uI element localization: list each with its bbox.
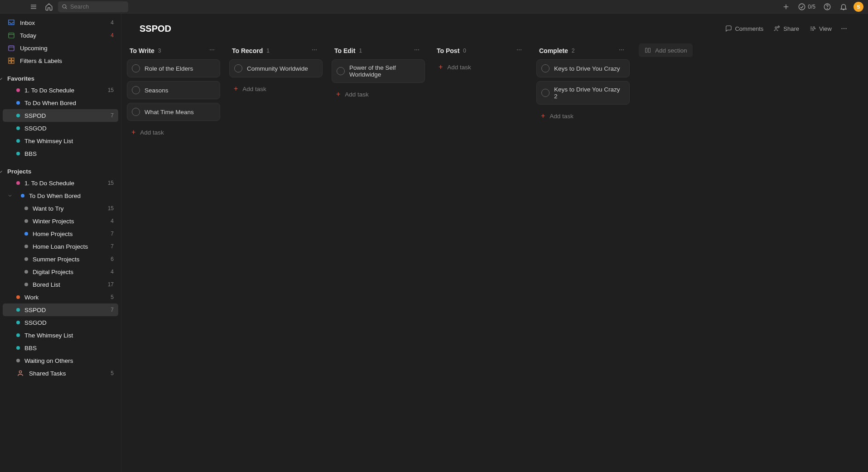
sidebar-item-upcoming[interactable]: Upcoming [3, 42, 118, 54]
more-actions-button[interactable] [838, 23, 850, 34]
column-title: To Edit [334, 47, 355, 54]
task-checkbox[interactable] [337, 67, 345, 75]
productivity-icon[interactable]: 0/5 [796, 0, 817, 13]
sidebar-item-favorite[interactable]: 1. To Do Schedule15 [3, 84, 118, 96]
sidebar-item-label: 1. To Do Schedule [24, 87, 74, 94]
sidebar-item-project[interactable]: Want to Try15 [3, 202, 118, 215]
sidebar-item-project[interactable]: To Do When Bored [3, 189, 118, 202]
favorites-label: Favorites [7, 75, 34, 82]
board-column: Complete2Keys to Drive You CrazyKeys to … [536, 43, 630, 463]
sidebar-item-favorite[interactable]: SSPOD7 [3, 109, 118, 122]
add-task-button[interactable]: +Add task [536, 108, 630, 124]
sidebar-item-label: Work [24, 294, 39, 301]
chevron-down-icon[interactable] [7, 193, 14, 198]
sidebar: Inbox 4 Today 4 Upcoming Filters & Label… [0, 14, 121, 472]
sidebar-item-label: SSGOD [24, 125, 47, 132]
sidebar-item-label: Home Projects [33, 231, 73, 237]
task-card[interactable]: Role of the Elders [127, 59, 220, 77]
column-more-button[interactable] [616, 45, 627, 56]
sidebar-item-project[interactable]: Work5 [3, 291, 118, 303]
task-checkbox[interactable] [234, 64, 242, 72]
column-more-button[interactable] [309, 45, 320, 56]
add-task-button[interactable]: +Add task [127, 125, 220, 140]
task-card[interactable]: Seasons [127, 81, 220, 99]
column-more-button[interactable] [411, 45, 422, 56]
sidebar-item-label: The Whimsey List [24, 332, 73, 339]
sidebar-item-project[interactable]: BBS [3, 342, 118, 354]
sidebar-item-label: SSGOD [24, 319, 47, 326]
task-checkbox[interactable] [132, 64, 140, 72]
page-title: SSPOD [140, 24, 171, 34]
column-more-button[interactable] [514, 45, 525, 56]
plus-icon: + [541, 112, 545, 120]
share-button[interactable]: Share [770, 23, 803, 34]
project-dot-icon [24, 283, 28, 286]
sidebar-item-project[interactable]: Summer Projects6 [3, 253, 118, 265]
task-card[interactable]: Keys to Drive You Crazy [536, 59, 630, 77]
svg-point-31 [841, 28, 842, 29]
project-dot-icon [16, 308, 20, 312]
sidebar-item-project[interactable]: Digital Projects4 [3, 265, 118, 278]
sidebar-item-inbox[interactable]: Inbox 4 [3, 16, 118, 29]
sidebar-item-favorite[interactable]: To Do When Bored [3, 96, 118, 109]
sidebar-item-label: Inbox [20, 19, 35, 26]
sidebar-item-project[interactable]: Home Loan Projects7 [3, 240, 118, 253]
sidebar-item-project[interactable]: The Whimsey List [3, 329, 118, 342]
more-icon [311, 46, 318, 53]
avatar[interactable]: S [854, 2, 863, 12]
sidebar-item-label: Home Loan Projects [33, 243, 88, 250]
sidebar-count: 7 [111, 112, 114, 119]
svg-rect-18 [9, 61, 11, 63]
sidebar-item-project[interactable]: Waiting on Others [3, 354, 118, 367]
sidebar-count: 4 [111, 269, 114, 275]
add-task-button[interactable]: +Add task [434, 59, 527, 75]
task-card[interactable]: Keys to Drive You Crazy 2 [536, 81, 630, 105]
sidebar-item-project[interactable]: Home Projects7 [3, 227, 118, 240]
sidebar-item-project[interactable]: Bored List17 [3, 278, 118, 291]
project-dot-icon [21, 194, 24, 197]
sidebar-item-project[interactable]: Winter Projects4 [3, 215, 118, 227]
add-task-button[interactable]: +Add task [332, 87, 425, 102]
task-card[interactable]: Community Worldwide [229, 59, 323, 77]
svg-point-47 [621, 49, 622, 50]
column-header: To Post0 [434, 43, 527, 59]
board-column: To Post0+Add task [434, 43, 527, 463]
task-card[interactable]: What Time Means [127, 103, 220, 121]
view-button[interactable]: View [805, 23, 835, 34]
favorites-section-header[interactable]: Favorites [3, 72, 118, 84]
more-icon [840, 24, 848, 33]
sidebar-item-project[interactable]: SSPOD7 [3, 303, 118, 316]
sidebar-item-project[interactable]: Shared Tasks5 [3, 367, 118, 380]
board-column: To Write3Role of the EldersSeasonsWhat T… [127, 43, 220, 463]
sidebar-item-favorite[interactable]: The Whimsey List [3, 135, 118, 147]
upcoming-icon [7, 44, 15, 52]
svg-rect-19 [12, 61, 14, 63]
sidebar-item-filters[interactable]: Filters & Labels [3, 54, 118, 67]
notifications-icon[interactable] [837, 0, 850, 13]
task-checkbox[interactable] [541, 64, 550, 72]
task-card[interactable]: Power of the Self Worldwidge [332, 59, 425, 83]
project-dot-icon [16, 114, 20, 117]
task-checkbox[interactable] [541, 89, 550, 97]
search-input[interactable] [70, 3, 125, 10]
task-checkbox[interactable] [132, 108, 140, 116]
sidebar-count: 4 [111, 218, 114, 224]
column-more-button[interactable] [207, 45, 217, 56]
help-icon[interactable] [821, 0, 834, 13]
menu-toggle-icon[interactable] [27, 0, 40, 13]
plus-icon: + [336, 90, 340, 98]
projects-section-header[interactable]: Projects [3, 164, 118, 177]
person-icon [16, 369, 24, 377]
sidebar-item-favorite[interactable]: BBS [3, 147, 118, 160]
sidebar-item-today[interactable]: Today 4 [3, 29, 118, 42]
search-input-container[interactable] [58, 1, 128, 12]
sidebar-item-project[interactable]: SSGOD [3, 316, 118, 329]
sidebar-item-project[interactable]: 1. To Do Schedule15 [3, 177, 118, 189]
sidebar-item-favorite[interactable]: SSGOD [3, 122, 118, 135]
add-task-button[interactable]: +Add task [229, 81, 323, 96]
quick-add-icon[interactable] [780, 0, 792, 13]
comments-button[interactable]: Comments [721, 23, 767, 34]
add-section-button[interactable]: Add section [639, 43, 693, 57]
task-checkbox[interactable] [132, 86, 140, 94]
home-icon[interactable] [43, 0, 55, 13]
